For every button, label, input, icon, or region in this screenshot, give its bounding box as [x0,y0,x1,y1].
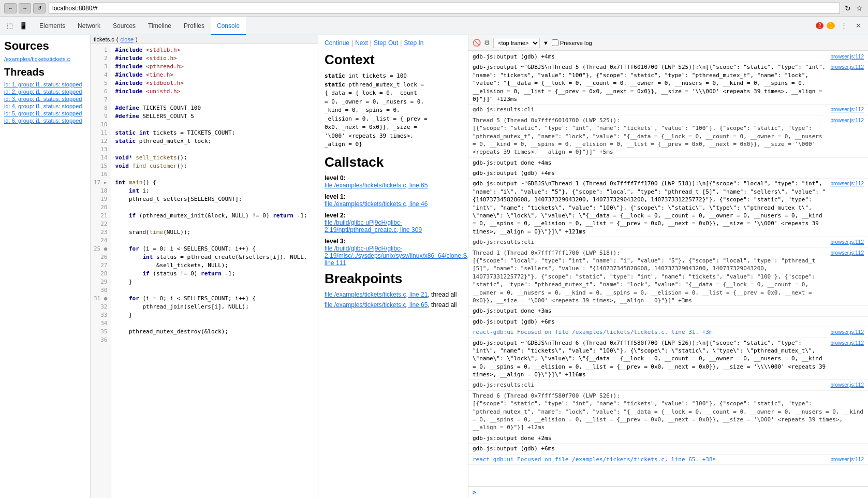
console-prompt: > [473,489,476,496]
more-options-icon[interactable]: ⋮ [838,20,849,32]
callstack-link-1[interactable]: file /examples/tickets/tickets.c, line 4… [325,200,428,208]
console-input[interactable] [478,489,864,496]
entry-source-3[interactable]: browser.js:112 [831,106,864,113]
entry-text-13: gdb-js:output ~"GDBJS\nThread 6 (Thread … [473,339,827,379]
entry-text-14: gdb-js:results:cli [473,381,827,389]
thread-item-2[interactable]: id: 2, group: i1, status: stopped [4,89,86,95]
next-button[interactable]: Next [355,39,368,47]
thread-item-5[interactable]: id: 5, group: i1, status: stopped [4,110,86,116]
entry-text-6: gdb-js:output (gdb) +4ms [473,169,864,177]
code-content[interactable]: #include <stdlib.h> #include <stdio.h> #… [111,44,318,498]
console-entry-2: gdb-js:output ~"GDBJS\nThread 5 (Thread … [468,62,868,105]
entry-text-15: Thread 6 (Thread 0x7ffff580f700 (LWP 526… [473,392,864,432]
step-out-button[interactable]: Step Out [374,39,398,47]
console-entry-15: Thread 6 (Thread 0x7ffff580f700 (LWP 526… [468,391,868,433]
breakpoint-link-1[interactable]: file /examples/tickets/tickets.c, line 2… [325,291,428,298]
entry-source-8[interactable]: browser.js:112 [831,239,864,246]
filter-icon[interactable]: ⚙ [484,39,490,47]
console-input-row: > [468,486,868,498]
breakpoint-item-1: file /examples/tickets/tickets.c, line 2… [325,291,462,298]
code-filename: tickets.c [94,36,114,42]
url-bar[interactable] [49,3,840,14]
entry-source-13[interactable]: browser.js:112 [831,340,864,347]
entry-text-10: gdb-js:output done +3ms [473,307,864,315]
entry-text-18: react-gdb:ui Focused on file /examples/t… [473,456,827,463]
back-button[interactable]: ← [4,3,17,13]
entry-text-4: Thread 5 (Thread 0x7ffff6010700 (LWP 525… [473,116,827,156]
entry-source-12[interactable]: browser.js:112 [831,329,864,336]
tab-profiles[interactable]: Profiles [178,17,211,35]
console-entry-13: gdb-js:output ~"GDBJS\nThread 6 (Thread … [468,338,868,380]
code-close-button[interactable]: close [120,36,134,42]
entry-text-17: gdb-js:output (gdb) +6ms [473,445,864,452]
continue-button[interactable]: Continue [325,39,349,47]
console-body: gdb-js:output (gdb) +4ms browser.js:112 … [468,51,868,486]
console-entry-14: gdb-js:results:cli browser.js:112 [468,380,868,390]
callstack-heading: Callstack [325,154,462,170]
tab-network[interactable]: Network [71,17,107,35]
star-icon[interactable]: ☆ [855,4,864,13]
console-entry-16: gdb-js:output done +2ms [468,433,868,444]
callstack-link-2[interactable]: file /build/glibc-uPj9cH/glibc-2.19/nptl… [325,219,422,233]
console-entry-18: react-gdb:ui Focused on file /examples/t… [468,455,868,465]
console-entry-12: react-gdb:ui Focused on file /examples/t… [468,327,868,338]
threads-title: Threads [4,66,86,78]
breakpoint-item-2: file /examples/tickets/tickets.c, line 6… [325,301,462,309]
code-body: 1234567891011121314151617 ►1819202122232… [91,44,318,498]
entry-text-12: react-gdb:ui Focused on file /examples/t… [473,328,827,336]
close-devtools-icon[interactable]: ✕ [852,20,864,32]
thread-item-3[interactable]: id: 3, group: i1, status: stopped [4,96,86,102]
thread-item-1[interactable]: id: 1, group: i1, status: stopped [4,81,86,87]
preserve-log-checkbox[interactable] [552,39,558,46]
tab-sources[interactable]: Sources [107,17,142,35]
callstack-link-0[interactable]: file /examples/tickets/tickets.c, line 6… [325,182,428,189]
callstack-level-3: level 3: file /build/glibc-uPj9cH/glibc-… [325,238,462,267]
entry-source-14[interactable]: browser.js:112 [831,382,864,389]
main-content: Sources /examples/tickets/tickets.c Thre… [0,35,868,498]
thread-item-6[interactable]: id: 6, group: i1, status: stopped [4,118,86,124]
browser-icons: ↻ ☆ [843,4,864,13]
entry-source-1[interactable]: browser.js:112 [831,53,864,61]
thread-item-4[interactable]: id: 4, group: i1, status: stopped [4,103,86,109]
entry-source-2[interactable]: browser.js:112 [831,64,864,71]
frame-select[interactable]: <top frame> [493,38,540,48]
tab-controls: 2 1 ⋮ ✕ [816,20,864,32]
left-panel: Sources /examples/tickets/tickets.c Thre… [0,35,91,498]
entry-source-9[interactable]: browser.js:112 [831,250,864,257]
nav-buttons: ← → ↺ [4,3,46,13]
code-header: tickets.c(close) [91,35,318,44]
right-panel: 🚫 ⚙ <top frame> ▼ Preserve log gdb-js:ou… [468,35,868,498]
entry-text-8: gdb-js:results:cli [473,238,827,246]
code-panel: tickets.c(close) 12345678910111213141516… [91,35,318,498]
entry-text-16: gdb-js:output done +2ms [473,434,864,442]
line-numbers: 1234567891011121314151617 ►1819202122232… [91,44,111,498]
callstack-link-3[interactable]: file /build/glibc-uPj9cH/glibc-2.19/misc… [325,245,468,267]
entry-source-7[interactable]: browser.js:112 [831,180,864,187]
console-entry-6: gdb-js:output (gdb) +4ms [468,168,868,179]
tab-timeline[interactable]: Timeline [142,17,178,35]
debug-toolbar: Continue | Next | Step Out | Step In [325,39,462,47]
thread-list: id: 1, group: i1, status: stopped id: 2,… [4,81,86,124]
inspect-icon[interactable]: ⬚ [4,20,16,32]
browser-chrome: ← → ↺ ↻ ☆ [0,0,868,17]
console-entry-17: gdb-js:output (gdb) +6ms [468,444,868,454]
clear-console-icon[interactable]: 🚫 [473,39,481,47]
callstack-level-0: level 0: file /examples/tickets/tickets.… [325,174,462,189]
tab-console[interactable]: Console [211,17,246,35]
source-file-link[interactable]: /examples/tickets/tickets.c [4,56,86,62]
mobile-icon[interactable]: 📱 [18,20,29,32]
entry-text-11: gdb-js:output (gdb) +6ms [473,318,864,326]
preserve-log-label: Preserve log [552,39,592,46]
forward-button[interactable]: → [19,3,31,13]
entry-source-4[interactable]: browser.js:112 [831,117,864,124]
refresh-icon[interactable]: ↻ [843,4,852,13]
breakpoint-link-2[interactable]: file /examples/tickets/tickets.c, line 6… [325,301,428,309]
error-badge: 2 [816,22,824,29]
tab-elements[interactable]: Elements [33,17,71,35]
context-code: static int tickets = 100 static pthread_… [325,72,462,149]
console-entry-10: gdb-js:output done +3ms [468,306,868,316]
step-in-button[interactable]: Step In [404,39,423,47]
entry-text-9: Thread 1 (Thread 0x7ffff7ff1700 (LWP 518… [473,249,827,305]
entry-source-18[interactable]: browser.js:112 [831,456,864,463]
reload-button[interactable]: ↺ [33,3,46,13]
